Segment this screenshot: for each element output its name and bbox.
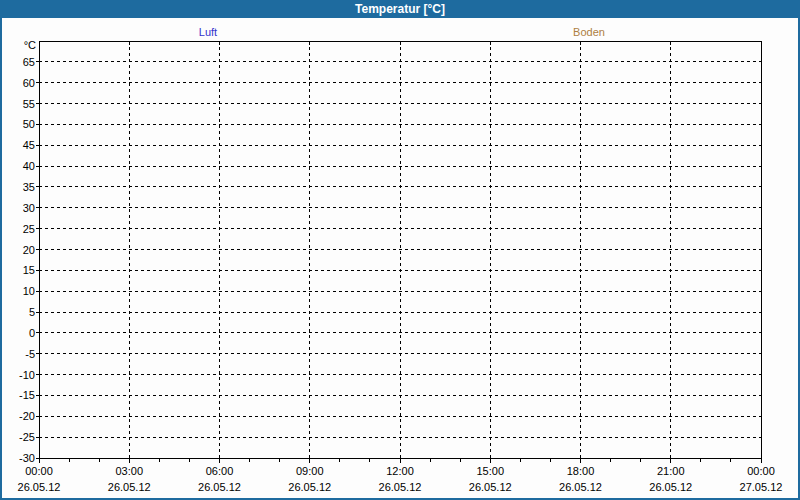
y-tick-label: -5 [25,348,35,360]
x-tick-date-label: 26.05.12 [559,481,602,493]
x-tick-date-label: 26.05.12 [108,481,151,493]
y-tick-label: -15 [19,389,35,401]
x-tick-date-label: 27.05.12 [740,481,783,493]
y-tick-label: 0 [29,327,35,339]
y-tick-label: 35 [23,181,35,193]
x-tick-time-label: 15:00 [476,465,504,477]
y-tick-label: 50 [23,118,35,130]
y-tick-label: 30 [23,202,35,214]
temperature-chart: 65605550454035302520151050-5-10-15-20-25… [0,0,800,500]
y-tick-label: -30 [19,452,35,464]
x-tick-date-label: 26.05.12 [469,481,512,493]
x-tick-time-label: 12:00 [386,465,414,477]
x-tick-date-label: 26.05.12 [288,481,331,493]
x-tick-date-label: 26.05.12 [198,481,241,493]
x-tick-time-label: 09:00 [296,465,324,477]
x-tick-time-label: 18:00 [567,465,595,477]
y-tick-label: -25 [19,431,35,443]
y-tick-label: 5 [29,306,35,318]
x-tick-time-label: 00:00 [25,465,53,477]
y-tick-label: 45 [23,139,35,151]
chart-window: Temperatur [°C] Luft Boden 6560555045403… [0,0,800,500]
y-axis-unit-label: °C [24,39,36,51]
y-tick-label: 40 [23,160,35,172]
x-tick-time-label: 21:00 [657,465,685,477]
y-tick-label: -10 [19,369,35,381]
y-tick-label: -20 [19,410,35,422]
x-tick-date-label: 26.05.12 [379,481,422,493]
x-tick-time-label: 03:00 [115,465,143,477]
x-tick-time-label: 00:00 [747,465,775,477]
x-tick-date-label: 26.05.12 [18,481,61,493]
y-tick-label: 60 [23,77,35,89]
x-tick-date-label: 26.05.12 [649,481,692,493]
y-tick-label: 15 [23,264,35,276]
y-tick-label: 65 [23,56,35,68]
y-tick-label: 20 [23,244,35,256]
y-tick-label: 55 [23,98,35,110]
y-tick-label: 10 [23,285,35,297]
y-tick-label: 25 [23,223,35,235]
x-tick-time-label: 06:00 [206,465,234,477]
